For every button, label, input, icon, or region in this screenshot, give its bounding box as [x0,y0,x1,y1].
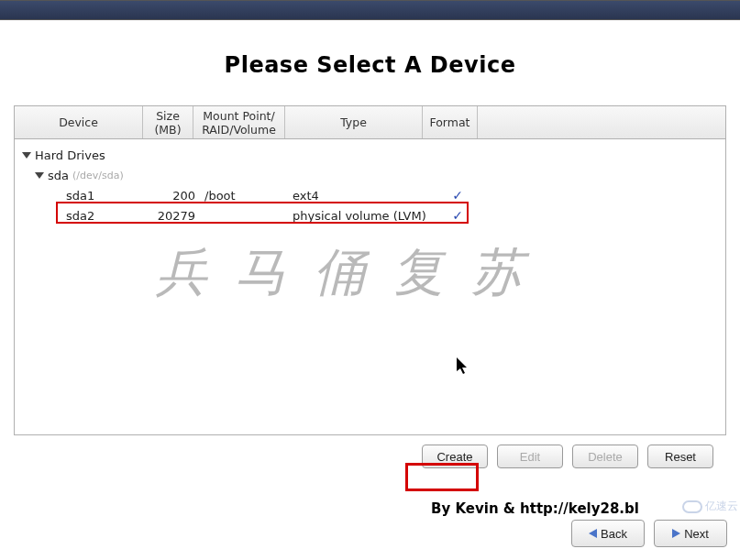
disk-name: sda [48,169,69,182]
device-table-panel: Device Size (MB) Mount Point/ RAID/Volum… [14,105,726,435]
attribution-text: By Kevin & http://kely28.bl [431,500,639,517]
corner-logo: 亿速云 [682,499,738,514]
partition-type: physical volume (LVM) [293,209,430,223]
create-button[interactable]: Create [422,445,488,468]
col-size[interactable]: Size (MB) [143,106,193,138]
tree-disk-sda[interactable]: sda (/dev/sda) [22,165,725,185]
col-device[interactable]: Device [15,106,143,138]
next-label: Next [684,527,709,541]
partition-row-sda1[interactable]: sda1 200 /boot ext4 ✓ [22,185,725,205]
nav-button-row: Back Next [571,520,727,547]
partition-row-sda2[interactable]: sda2 20279 physical volume (LVM) ✓ [22,205,725,225]
reset-button[interactable]: Reset [647,445,713,468]
partition-name: sda1 [66,189,150,203]
expand-icon[interactable] [22,152,31,159]
disk-path: (/dev/sda) [72,170,124,181]
cloud-icon [682,500,702,513]
check-icon: ✓ [452,208,463,223]
col-type[interactable]: Type [285,106,423,138]
device-tree: Hard Drives sda (/dev/sda) sda1 200 /boo… [15,139,725,225]
col-format[interactable]: Format [423,106,478,138]
col-spacer [478,106,725,138]
partition-format: ✓ [430,208,485,223]
arrow-right-icon [672,529,680,538]
tree-root-label: Hard Drives [35,148,105,162]
corner-logo-text: 亿速云 [705,499,738,514]
action-button-row: Create Edit Delete Reset [14,435,726,468]
partition-mount: /boot [201,189,293,203]
partition-size: 20279 [150,209,201,223]
partition-size: 200 [150,189,201,203]
partition-name: sda2 [66,209,150,223]
table-header-row: Device Size (MB) Mount Point/ RAID/Volum… [15,106,725,139]
col-mount[interactable]: Mount Point/ RAID/Volume [193,106,285,138]
tree-root-hard-drives[interactable]: Hard Drives [22,145,725,165]
edit-button: Edit [497,445,563,468]
arrow-left-icon [589,529,597,538]
back-label: Back [601,527,627,541]
check-icon: ✓ [452,188,463,203]
partition-format: ✓ [430,188,485,203]
next-button[interactable]: Next [654,520,727,547]
page-title: Please Select A Device [14,52,726,78]
partition-type: ext4 [293,189,430,203]
delete-button: Delete [572,445,638,468]
expand-icon[interactable] [35,172,44,179]
back-button[interactable]: Back [571,520,645,547]
window-title-bar [0,0,740,20]
